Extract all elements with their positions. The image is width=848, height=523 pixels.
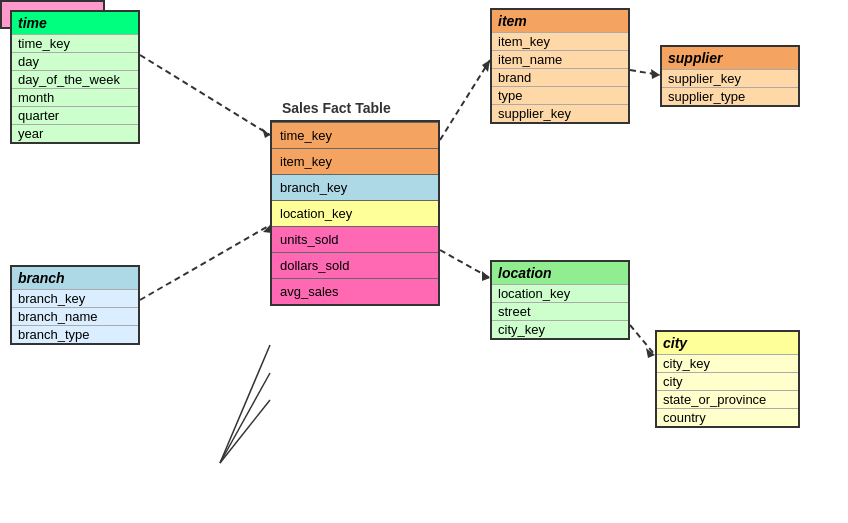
svg-line-2: [440, 60, 490, 140]
fact-row-dollars-sold: dollars_sold: [272, 252, 438, 278]
time-field-3: month: [12, 88, 138, 106]
fact-table-label: Sales Fact Table: [282, 100, 391, 116]
supplier-field-1: supplier_type: [662, 87, 798, 105]
svg-line-0: [140, 55, 270, 135]
time-field-0: time_key: [12, 34, 138, 52]
svg-line-13: [220, 373, 270, 463]
item-header: item: [492, 10, 628, 32]
location-field-2: city_key: [492, 320, 628, 338]
fact-row-time-key: time_key: [272, 122, 438, 148]
item-box: item item_key item_name brand type suppl…: [490, 8, 630, 124]
city-field-0: city_key: [657, 354, 798, 372]
svg-marker-9: [482, 271, 490, 281]
time-field-2: day_of_the_week: [12, 70, 138, 88]
branch-field-2: branch_type: [12, 325, 138, 343]
fact-table-box: Sales Fact Table time_key item_key branc…: [270, 120, 440, 306]
svg-marker-5: [651, 69, 660, 79]
city-field-2: state_or_province: [657, 390, 798, 408]
item-field-0: item_key: [492, 32, 628, 50]
diagram-container: time time_key day day_of_the_week month …: [0, 0, 848, 523]
svg-line-10: [630, 325, 655, 355]
item-field-2: brand: [492, 68, 628, 86]
svg-marker-3: [482, 60, 490, 72]
svg-line-6: [140, 225, 270, 300]
svg-line-12: [220, 345, 270, 463]
city-field-1: city: [657, 372, 798, 390]
supplier-header: supplier: [662, 47, 798, 69]
branch-header: branch: [12, 267, 138, 289]
item-field-1: item_name: [492, 50, 628, 68]
fact-row-units-sold: units_sold: [272, 226, 438, 252]
supplier-box: supplier supplier_key supplier_type: [660, 45, 800, 107]
svg-line-14: [220, 400, 270, 463]
location-header: location: [492, 262, 628, 284]
fact-row-location-key: location_key: [272, 200, 438, 226]
location-field-1: street: [492, 302, 628, 320]
item-field-3: type: [492, 86, 628, 104]
branch-box: branch branch_key branch_name branch_typ…: [10, 265, 140, 345]
svg-line-8: [440, 250, 490, 278]
city-box: city city_key city state_or_province cou…: [655, 330, 800, 428]
fact-row-avg-sales: avg_sales: [272, 278, 438, 304]
svg-line-4: [630, 70, 660, 75]
location-box: location location_key street city_key: [490, 260, 630, 340]
time-box: time time_key day day_of_the_week month …: [10, 10, 140, 144]
time-field-1: day: [12, 52, 138, 70]
supplier-field-0: supplier_key: [662, 69, 798, 87]
item-field-4: supplier_key: [492, 104, 628, 122]
time-field-4: quarter: [12, 106, 138, 124]
time-header: time: [12, 12, 138, 34]
branch-field-0: branch_key: [12, 289, 138, 307]
branch-field-1: branch_name: [12, 307, 138, 325]
city-header: city: [657, 332, 798, 354]
city-field-3: country: [657, 408, 798, 426]
time-field-5: year: [12, 124, 138, 142]
svg-marker-11: [646, 348, 655, 358]
location-field-0: location_key: [492, 284, 628, 302]
svg-marker-1: [262, 128, 270, 138]
fact-row-item-key: item_key: [272, 148, 438, 174]
fact-row-branch-key: branch_key: [272, 174, 438, 200]
